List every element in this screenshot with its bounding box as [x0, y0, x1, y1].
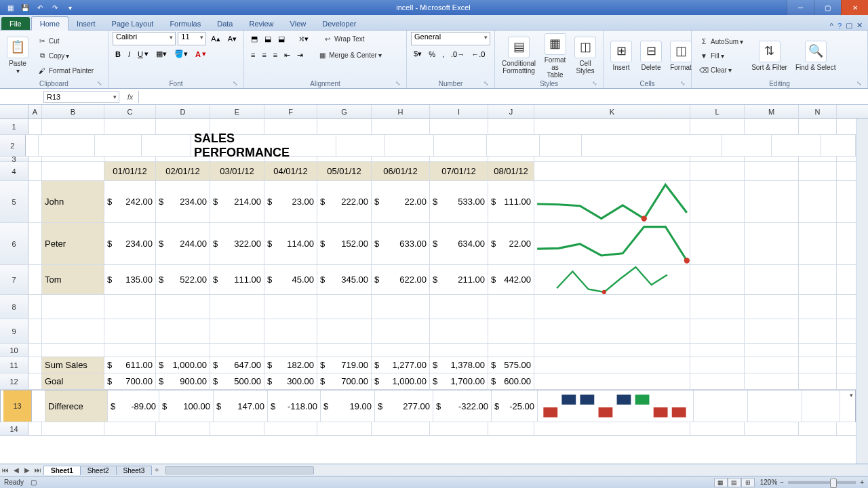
- cell[interactable]: [690, 295, 745, 319]
- close-workbook-icon[interactable]: ✕: [856, 21, 863, 30]
- value-cell[interactable]: $622.00: [372, 265, 430, 294]
- cell[interactable]: [210, 422, 264, 435]
- cell[interactable]: [264, 157, 317, 161]
- cell[interactable]: [799, 319, 837, 343]
- page-layout-view-icon[interactable]: ▤: [728, 478, 741, 487]
- cell[interactable]: [430, 295, 488, 319]
- cell[interactable]: [745, 162, 799, 180]
- cell[interactable]: [534, 319, 690, 343]
- value-cell[interactable]: $634.00: [430, 223, 488, 264]
- cell[interactable]: [434, 135, 487, 156]
- cell[interactable]: [42, 157, 104, 161]
- winloss-sparkline[interactable]: [538, 390, 694, 422]
- tab-nav-next-icon[interactable]: ▶: [22, 466, 33, 474]
- cell[interactable]: [821, 135, 856, 156]
- cell[interactable]: [690, 223, 745, 264]
- row-header[interactable]: 11: [0, 357, 28, 373]
- cell[interactable]: $700.00: [317, 373, 372, 389]
- cell[interactable]: [372, 295, 430, 319]
- column-header[interactable]: J: [488, 105, 534, 118]
- cell[interactable]: [534, 157, 690, 161]
- cell[interactable]: [690, 344, 745, 357]
- cell[interactable]: [488, 319, 534, 343]
- value-cell[interactable]: $214.00: [210, 181, 264, 222]
- value-cell[interactable]: $533.00: [430, 181, 488, 222]
- column-header[interactable]: B: [42, 105, 104, 118]
- cell[interactable]: [799, 162, 837, 180]
- maximize-button[interactable]: ▢: [814, 0, 841, 15]
- value-cell[interactable]: $222.00: [317, 181, 372, 222]
- insert-cells-button[interactable]: ⊞Insert: [608, 41, 635, 71]
- align-center-icon[interactable]: ≡: [259, 49, 269, 60]
- cell[interactable]: $575.00: [488, 357, 534, 373]
- date-header[interactable]: 02/01/12: [156, 162, 210, 180]
- cell[interactable]: [488, 119, 534, 134]
- horizontal-scrollbar[interactable]: [163, 466, 867, 475]
- cell[interactable]: [745, 157, 799, 161]
- cell[interactable]: [534, 295, 690, 319]
- cell[interactable]: $719.00: [317, 357, 372, 373]
- cell[interactable]: [534, 119, 690, 134]
- cell[interactable]: [745, 223, 799, 264]
- delete-cells-button[interactable]: ⊟Delete: [637, 41, 665, 71]
- cell[interactable]: [534, 344, 690, 357]
- cell[interactable]: [534, 373, 690, 389]
- currency-icon[interactable]: $▾: [411, 48, 425, 60]
- cell[interactable]: [42, 422, 104, 435]
- tab-nav-first-icon[interactable]: ⏮: [0, 466, 11, 474]
- date-header[interactable]: 07/01/12: [430, 162, 488, 180]
- font-size-select[interactable]: 11: [178, 32, 206, 45]
- cell[interactable]: [745, 181, 799, 222]
- tab-developer[interactable]: Developer: [314, 17, 364, 30]
- column-header[interactable]: H: [372, 105, 430, 118]
- cell[interactable]: $1,000.00: [156, 357, 210, 373]
- date-header[interactable]: 04/01/12: [264, 162, 317, 180]
- cell[interactable]: [156, 422, 210, 435]
- tab-nav-last-icon[interactable]: ⏭: [33, 466, 43, 474]
- value-cell[interactable]: $111.00: [210, 265, 264, 294]
- cell[interactable]: [28, 344, 42, 357]
- tab-file[interactable]: File: [1, 17, 30, 30]
- cell[interactable]: [42, 162, 104, 180]
- date-header[interactable]: 01/01/12: [104, 162, 156, 180]
- clear-button[interactable]: ⌫Clear▾: [696, 63, 746, 77]
- row-header[interactable]: 14: [0, 422, 28, 435]
- cell[interactable]: [28, 357, 42, 373]
- row-header[interactable]: 13: [3, 390, 32, 422]
- cell[interactable]: [582, 135, 722, 156]
- cell[interactable]: [430, 157, 488, 161]
- minimize-ribbon-icon[interactable]: ^: [830, 22, 833, 30]
- date-header[interactable]: 03/01/12: [210, 162, 264, 180]
- cell[interactable]: [264, 319, 317, 343]
- cell[interactable]: [690, 265, 745, 294]
- cell[interactable]: [384, 135, 434, 156]
- close-button[interactable]: ✕: [841, 0, 868, 15]
- cell[interactable]: [104, 119, 156, 134]
- person-name[interactable]: Tom: [42, 265, 104, 294]
- cell-styles-button[interactable]: ◫Cell Styles: [572, 37, 599, 75]
- row-header[interactable]: 4: [0, 162, 28, 180]
- cell[interactable]: [28, 422, 42, 435]
- cell[interactable]: [694, 390, 748, 422]
- bold-button[interactable]: B: [113, 48, 123, 60]
- number-format-select[interactable]: General: [411, 32, 490, 45]
- cell[interactable]: [264, 295, 317, 319]
- cell[interactable]: [745, 265, 799, 294]
- autosum-button[interactable]: ΣAutoSum▾: [696, 35, 746, 48]
- cell[interactable]: [372, 157, 430, 161]
- sheet-tab-3[interactable]: Sheet3: [116, 466, 153, 475]
- cell[interactable]: [799, 119, 837, 134]
- increase-decimal-icon[interactable]: .0→: [448, 48, 467, 60]
- value-cell[interactable]: $633.00: [372, 223, 430, 264]
- sheet-tab-1[interactable]: Sheet1: [43, 466, 81, 475]
- paste-button[interactable]: 📋Paste▾: [4, 37, 31, 75]
- cell[interactable]: [210, 319, 264, 343]
- cell[interactable]: [690, 422, 745, 435]
- page-title[interactable]: SALES PERFORMANCE: [191, 135, 336, 156]
- increase-font-icon[interactable]: A▴: [208, 32, 222, 45]
- cell[interactable]: [772, 135, 821, 156]
- cell[interactable]: [42, 295, 104, 319]
- page-break-view-icon[interactable]: ⊞: [741, 478, 755, 487]
- cell[interactable]: [372, 119, 430, 134]
- value-cell[interactable]: $522.00: [156, 265, 210, 294]
